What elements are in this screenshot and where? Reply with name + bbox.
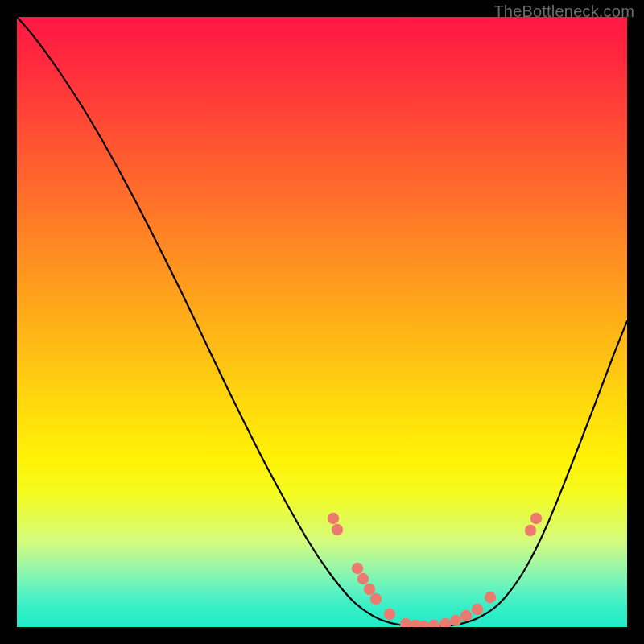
chart-svg (17, 17, 627, 627)
curve-marker (384, 609, 395, 620)
curve-marker (352, 563, 363, 574)
bottleneck-curve (17, 17, 627, 626)
curve-markers-group (328, 513, 542, 627)
chart-frame (17, 17, 627, 627)
curve-marker (472, 604, 483, 615)
curve-marker (440, 618, 451, 627)
curve-marker (428, 620, 440, 627)
curve-marker (530, 513, 542, 524)
curve-marker (332, 524, 343, 535)
curve-marker (370, 593, 382, 605)
curve-marker (485, 592, 496, 603)
curve-marker (460, 610, 472, 621)
curve-marker (357, 573, 369, 584)
curve-marker (328, 513, 339, 524)
curve-marker (364, 584, 375, 595)
curve-marker (525, 525, 536, 536)
curve-marker (450, 615, 461, 626)
